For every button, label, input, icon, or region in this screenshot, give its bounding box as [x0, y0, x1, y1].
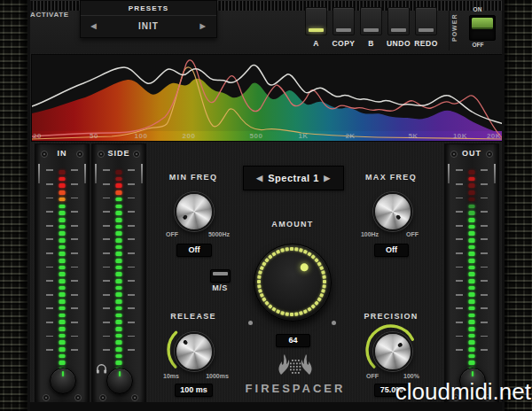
power-toggle-handle[interactable]: [472, 18, 493, 29]
max-freq-knob[interactable]: [364, 183, 418, 237]
spectral-next-icon[interactable]: ▶: [318, 167, 336, 190]
output-led-strip: [469, 167, 475, 372]
button-label: B: [368, 39, 374, 48]
button-cap[interactable]: [387, 7, 410, 35]
amount-min-dot: [248, 321, 253, 325]
led: [59, 218, 66, 222]
preset-browser[interactable]: PRESETS ◀ INIT ▶: [80, 0, 217, 38]
led: [59, 238, 66, 243]
activate-label[interactable]: ACTIVATE: [30, 11, 69, 19]
led: [59, 231, 66, 236]
button-b[interactable]: B: [361, 7, 381, 48]
led: [116, 361, 122, 365]
button-led: [391, 28, 406, 32]
button-led: [364, 28, 379, 32]
led: [469, 190, 475, 195]
min-freq-knob[interactable]: [166, 183, 219, 237]
presets-title: PRESETS: [81, 1, 216, 16]
amount-knob[interactable]: [247, 237, 336, 326]
led: [59, 292, 66, 297]
button-led: [419, 28, 434, 32]
led: [469, 347, 475, 352]
freq-tick-label: 100: [135, 132, 148, 140]
screw-icon: [98, 151, 105, 158]
led: [469, 272, 475, 276]
center-controls: MIN FREQ OFF 5000Hz Off ◀ Spectral 1 ▶ M…: [147, 143, 443, 401]
led: [116, 279, 122, 283]
led: [59, 286, 66, 291]
side-gain-knob[interactable]: [106, 368, 133, 394]
freq-tick-label: 500: [250, 132, 263, 140]
freq-tick-label: 10K: [453, 132, 467, 140]
button-label: A: [313, 39, 319, 48]
button-led: [336, 28, 351, 32]
rack-side-right: [502, 0, 532, 411]
rack-side-left: [0, 0, 30, 411]
preset-next-icon[interactable]: ▶: [195, 16, 211, 37]
preset-name[interactable]: INIT: [138, 21, 159, 31]
button-cap: [213, 272, 228, 275]
ring-dot: [294, 247, 299, 252]
spectral-prev-icon[interactable]: ◀: [251, 167, 269, 190]
min-freq-value[interactable]: Off: [176, 244, 212, 257]
screw-icon: [486, 151, 493, 158]
knob-indicator: [183, 339, 188, 345]
max-freq-value[interactable]: Off: [374, 244, 409, 257]
ring-dot: [276, 250, 280, 254]
meter-clip: [38, 164, 40, 183]
button-cap[interactable]: [415, 7, 437, 35]
button-cap[interactable]: [305, 7, 327, 35]
led: [116, 190, 122, 195]
led: [116, 292, 122, 297]
led: [59, 272, 66, 276]
ms-mode-button[interactable]: [210, 269, 231, 283]
freq-tick-label: 1K: [298, 132, 308, 140]
led: [469, 334, 475, 338]
preset-prev-icon[interactable]: ◀: [86, 16, 102, 37]
led: [469, 299, 475, 304]
screw-icon: [133, 151, 140, 158]
headphones-icon[interactable]: [96, 363, 107, 374]
led: [469, 361, 475, 365]
led: [469, 320, 475, 324]
ms-mode-label: M/S: [212, 283, 228, 292]
button-undo[interactable]: UNDO: [388, 7, 409, 48]
led: [116, 183, 122, 188]
button-a[interactable]: A: [306, 7, 326, 48]
ring-dot: [323, 280, 326, 283]
led: [469, 218, 475, 222]
amount-value[interactable]: 64: [276, 334, 310, 347]
button-cap[interactable]: [360, 7, 382, 35]
meter-clip: [448, 164, 450, 183]
button-cap[interactable]: [332, 7, 355, 35]
spectral-mode-selector[interactable]: ◀ Spectral 1 ▶: [243, 166, 344, 190]
led: [469, 340, 475, 345]
power-toggle[interactable]: [469, 15, 496, 41]
led: [469, 238, 475, 243]
button-label: UNDO: [387, 39, 411, 48]
ring-dot: [257, 275, 262, 279]
button-led: [309, 28, 324, 32]
led: [469, 314, 475, 318]
button-copy[interactable]: COPY: [333, 7, 354, 48]
led: [116, 266, 122, 270]
max-freq-min-label: 100Hz: [361, 231, 379, 237]
led: [59, 225, 66, 229]
button-redo[interactable]: REDO: [416, 7, 436, 48]
led: [469, 170, 475, 174]
knob-indicator: [183, 214, 188, 220]
ring-dot: [322, 284, 326, 289]
meter-scale-ticks: [456, 168, 463, 351]
input-gain-knob[interactable]: [50, 368, 76, 394]
ring-dot: [321, 270, 325, 275]
led: [116, 334, 122, 338]
led: [469, 306, 475, 311]
freq-tick-label: 20: [33, 132, 42, 140]
knob-indicator: [472, 371, 473, 376]
meter-scale-ticks: [46, 168, 53, 351]
led: [116, 299, 122, 304]
ring-dot: [285, 312, 289, 316]
led: [59, 205, 66, 209]
header-bar: ACTIVATE PRESETS ◀ INIT ▶ ACOPYBUNDOREDO…: [27, 0, 505, 53]
led: [59, 211, 66, 215]
